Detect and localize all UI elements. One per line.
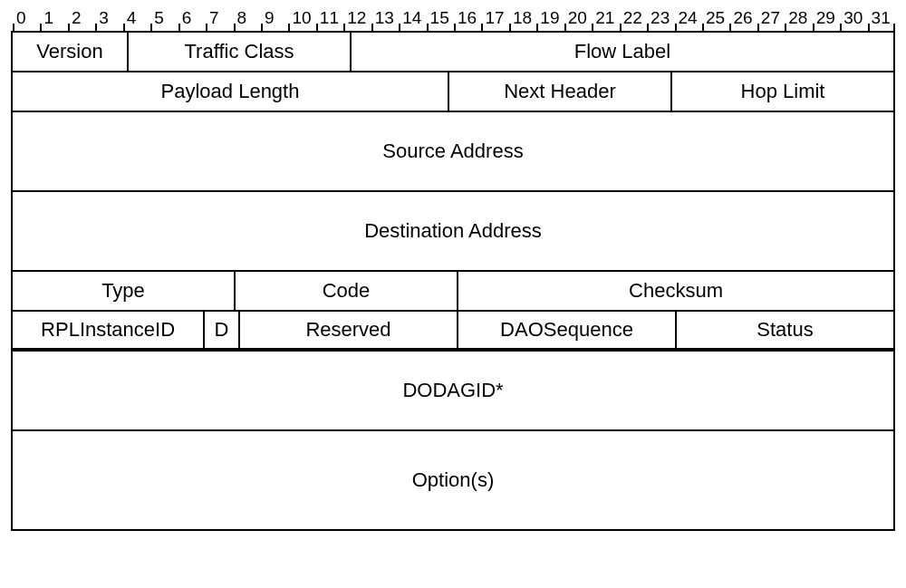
bit-label: 12 — [343, 7, 371, 31]
field-code: Code — [236, 272, 458, 310]
bit-label: 27 — [757, 7, 785, 31]
bit-label: 10 — [288, 7, 315, 31]
bit-label: 17 — [481, 7, 508, 31]
row-destination-address: Destination Address — [13, 192, 893, 272]
field-dao-sequence: DAOSequence — [458, 312, 677, 348]
field-status: Status — [677, 312, 893, 348]
field-flow-label: Flow Label — [352, 33, 893, 71]
bit-label: 16 — [454, 7, 481, 31]
row-source-address: Source Address — [13, 112, 893, 192]
field-next-header: Next Header — [449, 72, 672, 111]
bit-label: 8 — [234, 7, 261, 31]
bit-label: 29 — [813, 7, 840, 31]
field-type: Type — [13, 272, 236, 310]
field-checksum: Checksum — [458, 272, 893, 310]
bit-label: 11 — [316, 7, 343, 31]
bit-label: 2 — [68, 7, 95, 31]
bit-label: 18 — [509, 7, 536, 31]
packet-diagram: 0 1 2 3 4 5 6 7 8 9 10 11 12 13 14 15 16… — [11, 7, 895, 531]
field-options: Option(s) — [13, 431, 893, 529]
bit-label: 24 — [675, 7, 702, 31]
bit-label: 25 — [702, 7, 729, 31]
bit-label: 1 — [40, 7, 67, 31]
bit-label: 21 — [592, 7, 619, 31]
field-source-address: Source Address — [13, 112, 893, 190]
bit-label: 20 — [564, 7, 592, 31]
field-reserved: Reserved — [240, 312, 458, 348]
row-dodagid: DODAGID* — [13, 352, 893, 431]
bit-ruler: 0 1 2 3 4 5 6 7 8 9 10 11 12 13 14 15 16… — [11, 7, 895, 31]
bit-label: 31 — [868, 7, 895, 31]
bit-label: 22 — [620, 7, 647, 31]
field-d-flag: D — [205, 312, 240, 348]
bit-label: 26 — [729, 7, 757, 31]
field-dodagid: DODAGID* — [13, 352, 893, 429]
row-icmp: Type Code Checksum — [13, 272, 893, 312]
bit-label: 0 — [13, 7, 40, 31]
packet-body: Version Traffic Class Flow Label Payload… — [11, 31, 895, 531]
bit-label: 9 — [261, 7, 288, 31]
bit-label: 13 — [371, 7, 399, 31]
row-options: Option(s) — [13, 431, 893, 529]
bit-label: 5 — [150, 7, 178, 31]
bit-label: 30 — [840, 7, 867, 31]
bit-label: 6 — [178, 7, 206, 31]
field-hop-limit: Hop Limit — [672, 72, 893, 111]
row-rpl: RPLInstanceID D Reserved DAOSequence Sta… — [13, 312, 893, 352]
bit-label: 15 — [427, 7, 454, 31]
bit-label: 4 — [123, 7, 150, 31]
field-traffic-class: Traffic Class — [129, 33, 352, 71]
bit-label: 19 — [536, 7, 564, 31]
bit-label: 7 — [206, 7, 233, 31]
bit-label: 3 — [95, 7, 122, 31]
field-payload-length: Payload Length — [13, 72, 449, 111]
field-destination-address: Destination Address — [13, 192, 893, 270]
row-ipv6-line2: Payload Length Next Header Hop Limit — [13, 72, 893, 112]
field-rpl-instance-id: RPLInstanceID — [13, 312, 205, 348]
bit-label: 28 — [785, 7, 812, 31]
field-version: Version — [13, 33, 129, 71]
bit-label: 14 — [399, 7, 426, 31]
bit-label: 23 — [647, 7, 674, 31]
row-ipv6-line1: Version Traffic Class Flow Label — [13, 33, 893, 72]
